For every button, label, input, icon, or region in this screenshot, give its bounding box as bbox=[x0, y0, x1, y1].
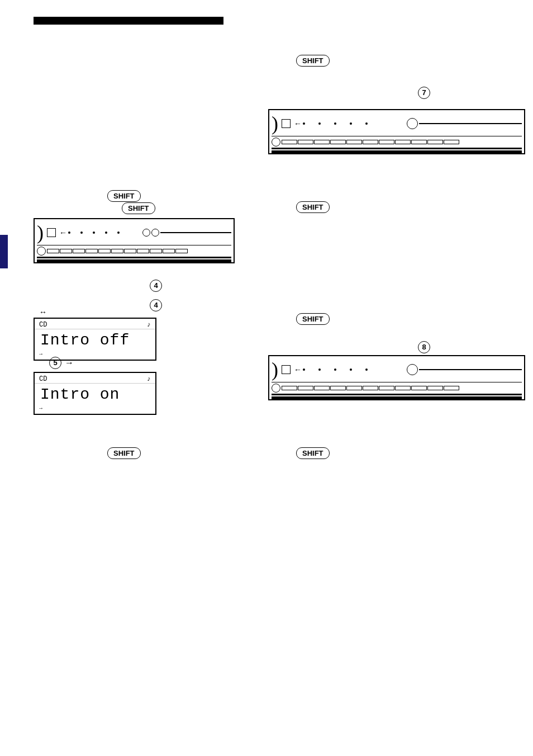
dot-r3-3 bbox=[334, 368, 336, 371]
shift-button-1[interactable]: SHIFT bbox=[107, 190, 141, 202]
shift-button-r3[interactable]: SHIFT bbox=[296, 313, 330, 325]
key-r4 bbox=[330, 140, 346, 144]
record-btn-r bbox=[272, 138, 280, 147]
bottom-r3-line2 bbox=[272, 396, 522, 399]
left-arrow-3: ← bbox=[294, 365, 302, 374]
bracket-left-3: ) bbox=[272, 360, 278, 380]
knob-r1 bbox=[407, 118, 418, 129]
key-r3-7 bbox=[379, 386, 394, 390]
dot-3 bbox=[93, 231, 95, 234]
key-r3-1 bbox=[282, 386, 297, 390]
key-4 bbox=[85, 249, 98, 253]
kbd-square-2 bbox=[282, 119, 291, 128]
bottom-r-line2 bbox=[272, 150, 522, 153]
display-off-text: Intro off bbox=[35, 329, 155, 351]
circle-4a: 4 bbox=[150, 280, 162, 292]
key-r5 bbox=[346, 140, 362, 144]
key-10 bbox=[163, 249, 175, 253]
dot-1 bbox=[68, 231, 70, 234]
key-r3-4 bbox=[330, 386, 346, 390]
display-intro-off: ↔ CD ♪ Intro off → bbox=[34, 308, 156, 361]
lr-arrow: ↔ bbox=[39, 308, 156, 316]
key-6 bbox=[111, 249, 123, 253]
dot-4 bbox=[105, 231, 107, 234]
circle-icon-2 bbox=[151, 229, 159, 237]
bottom-r-line1 bbox=[272, 148, 522, 149]
shift-button-3[interactable]: SHIFT bbox=[107, 447, 141, 459]
key-9 bbox=[150, 249, 162, 253]
display-on-footer: → bbox=[35, 405, 155, 414]
key-r11 bbox=[444, 140, 459, 144]
key-3 bbox=[73, 249, 85, 253]
dot-r3-1 bbox=[303, 368, 305, 371]
key-r3-9 bbox=[411, 386, 427, 390]
bottom-line-1 bbox=[37, 257, 231, 258]
dot-r3-5 bbox=[365, 368, 368, 371]
left-arrow-1: ← bbox=[59, 228, 67, 237]
key-r3-6 bbox=[363, 386, 378, 390]
line-r1 bbox=[419, 123, 522, 124]
key-5 bbox=[98, 249, 111, 253]
dot-r3-4 bbox=[350, 368, 352, 371]
shift-button-r2[interactable]: SHIFT bbox=[296, 201, 330, 213]
bracket-left-1: ) bbox=[37, 223, 44, 243]
right-arrow-5: → bbox=[65, 358, 74, 368]
dot-r5 bbox=[365, 122, 368, 125]
keyboard-diagram-1: ) ← bbox=[34, 218, 235, 263]
key-r3 bbox=[314, 140, 330, 144]
dot-2 bbox=[80, 231, 83, 234]
dot-5 bbox=[117, 231, 120, 234]
dot-r4 bbox=[350, 122, 352, 125]
bottom-r3-line1 bbox=[272, 394, 522, 395]
kbd-square-1 bbox=[47, 228, 56, 237]
display-off-music-icon: ♪ bbox=[147, 321, 151, 329]
keyboard-diagram-3: ) ← bbox=[268, 355, 525, 400]
knob-r3 bbox=[407, 364, 418, 375]
bottom-line-2 bbox=[37, 259, 231, 262]
circle-5-row: 5 → bbox=[49, 357, 74, 369]
key-2 bbox=[60, 249, 72, 253]
key-r3-5 bbox=[346, 386, 362, 390]
line-right-1 bbox=[160, 232, 231, 233]
top-bar bbox=[34, 17, 223, 25]
dot-r3 bbox=[334, 122, 336, 125]
circle-8: 8 bbox=[418, 341, 430, 353]
keyboard-diagram-2: ) ← bbox=[268, 109, 525, 154]
display-on-music-icon: ♪ bbox=[147, 375, 151, 383]
shift-button-2[interactable]: SHIFT bbox=[122, 202, 155, 214]
key-r6 bbox=[363, 140, 378, 144]
dot-r1 bbox=[303, 122, 305, 125]
display-on-header-left: CD bbox=[39, 375, 47, 383]
key-11 bbox=[175, 249, 188, 253]
left-arrow-2: ← bbox=[294, 119, 302, 128]
key-8 bbox=[137, 249, 149, 253]
key-r3-3 bbox=[314, 386, 330, 390]
key-1 bbox=[47, 249, 59, 253]
circle-7: 7 bbox=[418, 87, 430, 99]
key-r10 bbox=[427, 140, 443, 144]
sidebar-indicator bbox=[0, 235, 8, 268]
key-r7 bbox=[379, 140, 394, 144]
kbd-square-3 bbox=[282, 365, 291, 374]
key-r3-11 bbox=[444, 386, 459, 390]
shift-button-r1[interactable]: SHIFT bbox=[296, 55, 330, 67]
display-intro-on: CD ♪ Intro on → bbox=[34, 372, 156, 415]
key-r1 bbox=[282, 140, 297, 144]
key-r8 bbox=[395, 140, 411, 144]
bracket-left-2: ) bbox=[272, 114, 278, 134]
dot-r3-2 bbox=[318, 368, 321, 371]
display-off-header-left: CD bbox=[39, 321, 47, 329]
key-r2 bbox=[298, 140, 313, 144]
line-r3 bbox=[419, 369, 522, 370]
shift-button-r4[interactable]: SHIFT bbox=[296, 447, 330, 459]
key-r3-8 bbox=[395, 386, 411, 390]
key-7 bbox=[124, 249, 136, 253]
circle-icon-1 bbox=[142, 229, 150, 237]
record-btn bbox=[37, 247, 46, 256]
key-r3-10 bbox=[427, 386, 443, 390]
key-r9 bbox=[411, 140, 427, 144]
key-r3-2 bbox=[298, 386, 313, 390]
dot-r2 bbox=[318, 122, 321, 125]
circle-5: 5 bbox=[49, 357, 61, 369]
display-on-text: Intro on bbox=[35, 384, 155, 405]
